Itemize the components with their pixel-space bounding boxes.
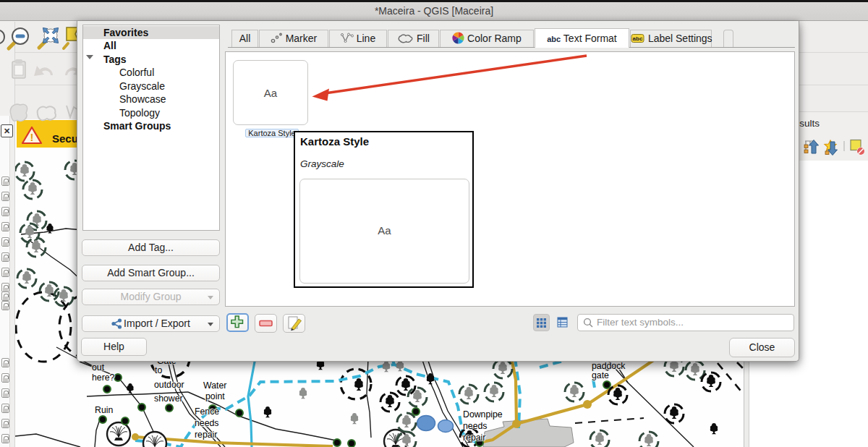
svg-text:!: !: [30, 131, 34, 143]
svg-text:abc: abc: [633, 35, 643, 42]
